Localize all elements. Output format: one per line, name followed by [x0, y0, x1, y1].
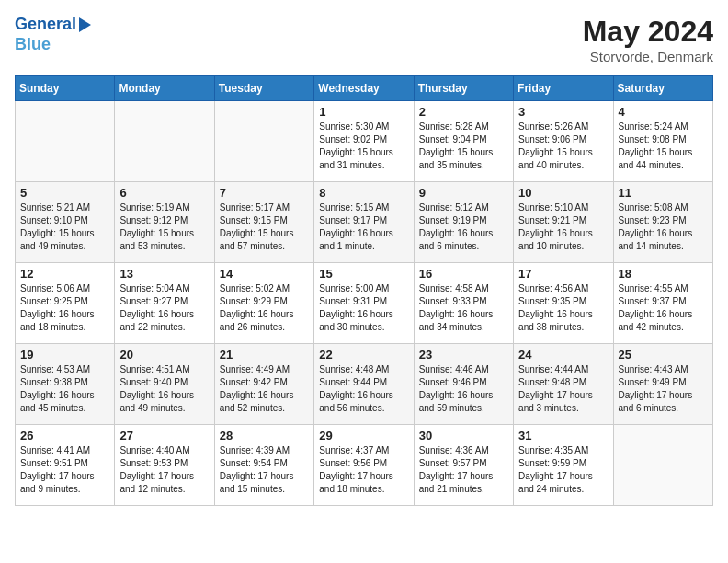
- day-info: Sunrise: 5:15 AMSunset: 9:17 PMDaylight:…: [319, 201, 408, 253]
- day-number: 22: [319, 348, 408, 362]
- weekday-header-wednesday: Wednesday: [314, 76, 414, 101]
- calendar-cell: 17Sunrise: 4:56 AMSunset: 9:35 PMDayligh…: [514, 263, 613, 344]
- day-number: 24: [518, 348, 608, 362]
- calendar-cell: 27Sunrise: 4:40 AMSunset: 9:53 PMDayligh…: [115, 425, 214, 506]
- day-info: Sunrise: 5:21 AMSunset: 9:10 PMDaylight:…: [20, 201, 109, 253]
- day-info: Sunrise: 4:39 AMSunset: 9:54 PMDaylight:…: [220, 444, 309, 496]
- weekday-header-thursday: Thursday: [414, 76, 513, 101]
- day-number: 27: [119, 429, 209, 442]
- calendar-cell: 26Sunrise: 4:41 AMSunset: 9:51 PMDayligh…: [16, 425, 115, 506]
- calendar-cell: 20Sunrise: 4:51 AMSunset: 9:40 PMDayligh…: [115, 344, 214, 425]
- day-info: Sunrise: 5:19 AMSunset: 9:12 PMDaylight:…: [119, 201, 209, 253]
- calendar-week-4: 19Sunrise: 4:53 AMSunset: 9:38 PMDayligh…: [16, 344, 713, 425]
- day-number: 8: [319, 186, 408, 200]
- calendar-cell: 25Sunrise: 4:43 AMSunset: 9:49 PMDayligh…: [613, 344, 712, 425]
- day-info: Sunrise: 5:26 AMSunset: 9:06 PMDaylight:…: [518, 121, 608, 172]
- calendar-cell: 10Sunrise: 5:10 AMSunset: 9:21 PMDayligh…: [514, 182, 613, 263]
- calendar-cell: 2Sunrise: 5:28 AMSunset: 9:04 PMDaylight…: [414, 101, 513, 182]
- day-number: 15: [319, 267, 408, 281]
- day-info: Sunrise: 4:46 AMSunset: 9:46 PMDaylight:…: [419, 363, 508, 415]
- weekday-header-sunday: Sunday: [16, 76, 115, 101]
- calendar-cell: 30Sunrise: 4:36 AMSunset: 9:57 PMDayligh…: [414, 425, 513, 506]
- day-info: Sunrise: 4:41 AMSunset: 9:51 PMDaylight:…: [20, 444, 109, 496]
- calendar-cell: 8Sunrise: 5:15 AMSunset: 9:17 PMDaylight…: [314, 182, 414, 263]
- day-info: Sunrise: 4:56 AMSunset: 9:35 PMDaylight:…: [518, 282, 608, 334]
- logo-text: General Blue: [15, 15, 91, 54]
- day-info: Sunrise: 4:48 AMSunset: 9:44 PMDaylight:…: [319, 363, 408, 415]
- calendar-cell: [115, 101, 214, 182]
- day-info: Sunrise: 5:06 AMSunset: 9:25 PMDaylight:…: [20, 282, 109, 334]
- day-info: Sunrise: 4:36 AMSunset: 9:57 PMDaylight:…: [419, 444, 508, 496]
- day-info: Sunrise: 5:30 AMSunset: 9:02 PMDaylight:…: [319, 121, 408, 172]
- day-number: 1: [319, 105, 408, 119]
- day-number: 2: [419, 105, 508, 119]
- calendar-cell: 7Sunrise: 5:17 AMSunset: 9:15 PMDaylight…: [214, 182, 313, 263]
- weekday-header-monday: Monday: [115, 76, 214, 101]
- calendar-cell: [613, 425, 712, 506]
- day-number: 20: [119, 348, 209, 362]
- calendar-week-3: 12Sunrise: 5:06 AMSunset: 9:25 PMDayligh…: [16, 263, 713, 344]
- day-info: Sunrise: 5:17 AMSunset: 9:15 PMDaylight:…: [220, 201, 309, 253]
- title-block: May 2024 Storvorde, Denmark: [583, 15, 713, 64]
- day-info: Sunrise: 5:08 AMSunset: 9:23 PMDaylight:…: [619, 201, 708, 253]
- calendar-cell: 14Sunrise: 5:02 AMSunset: 9:29 PMDayligh…: [214, 263, 313, 344]
- weekday-header-tuesday: Tuesday: [214, 76, 313, 101]
- day-info: Sunrise: 4:55 AMSunset: 9:37 PMDaylight:…: [619, 282, 708, 334]
- month-year-title: May 2024: [583, 15, 713, 49]
- calendar-cell: 28Sunrise: 4:39 AMSunset: 9:54 PMDayligh…: [214, 425, 313, 506]
- calendar-cell: 11Sunrise: 5:08 AMSunset: 9:23 PMDayligh…: [613, 182, 712, 263]
- day-info: Sunrise: 5:24 AMSunset: 9:08 PMDaylight:…: [619, 121, 708, 172]
- calendar-cell: 21Sunrise: 4:49 AMSunset: 9:42 PMDayligh…: [214, 344, 313, 425]
- calendar-cell: 22Sunrise: 4:48 AMSunset: 9:44 PMDayligh…: [314, 344, 414, 425]
- day-number: 7: [220, 186, 309, 200]
- day-number: 28: [220, 429, 309, 442]
- page-header: General Blue May 2024 Storvorde, Denmark: [15, 15, 713, 64]
- day-number: 9: [419, 186, 508, 200]
- day-info: Sunrise: 5:02 AMSunset: 9:29 PMDaylight:…: [220, 282, 309, 334]
- day-number: 18: [619, 267, 708, 281]
- day-info: Sunrise: 4:43 AMSunset: 9:49 PMDaylight:…: [619, 363, 708, 415]
- day-info: Sunrise: 4:35 AMSunset: 9:59 PMDaylight:…: [518, 444, 608, 496]
- calendar-week-1: 1Sunrise: 5:30 AMSunset: 9:02 PMDaylight…: [16, 101, 713, 182]
- calendar-cell: [214, 101, 313, 182]
- weekday-header-saturday: Saturday: [613, 76, 712, 101]
- calendar-cell: 19Sunrise: 4:53 AMSunset: 9:38 PMDayligh…: [16, 344, 115, 425]
- calendar-cell: 29Sunrise: 4:37 AMSunset: 9:56 PMDayligh…: [314, 425, 414, 506]
- day-number: 23: [419, 348, 508, 362]
- day-number: 31: [518, 429, 608, 442]
- calendar-week-2: 5Sunrise: 5:21 AMSunset: 9:10 PMDaylight…: [16, 182, 713, 263]
- calendar-cell: 12Sunrise: 5:06 AMSunset: 9:25 PMDayligh…: [16, 263, 115, 344]
- calendar-cell: 31Sunrise: 4:35 AMSunset: 9:59 PMDayligh…: [514, 425, 613, 506]
- day-info: Sunrise: 4:49 AMSunset: 9:42 PMDaylight:…: [220, 363, 309, 415]
- calendar-table: SundayMondayTuesdayWednesdayThursdayFrid…: [15, 75, 713, 506]
- location-subtitle: Storvorde, Denmark: [583, 49, 713, 64]
- day-number: 3: [518, 105, 608, 119]
- day-info: Sunrise: 4:40 AMSunset: 9:53 PMDaylight:…: [119, 444, 209, 496]
- day-number: 11: [619, 186, 708, 200]
- day-number: 6: [119, 186, 209, 200]
- day-number: 21: [220, 348, 309, 362]
- day-number: 5: [20, 186, 109, 200]
- calendar-cell: 23Sunrise: 4:46 AMSunset: 9:46 PMDayligh…: [414, 344, 513, 425]
- day-info: Sunrise: 4:44 AMSunset: 9:48 PMDaylight:…: [518, 363, 608, 415]
- day-number: 26: [20, 429, 109, 442]
- day-info: Sunrise: 4:53 AMSunset: 9:38 PMDaylight:…: [20, 363, 109, 415]
- calendar-cell: 15Sunrise: 5:00 AMSunset: 9:31 PMDayligh…: [314, 263, 414, 344]
- day-number: 17: [518, 267, 608, 281]
- day-number: 10: [518, 186, 608, 200]
- day-number: 14: [220, 267, 309, 281]
- day-number: 16: [419, 267, 508, 281]
- day-info: Sunrise: 5:00 AMSunset: 9:31 PMDaylight:…: [319, 282, 408, 334]
- day-number: 19: [20, 348, 109, 362]
- day-number: 4: [619, 105, 708, 119]
- calendar-cell: 13Sunrise: 5:04 AMSunset: 9:27 PMDayligh…: [115, 263, 214, 344]
- day-info: Sunrise: 4:51 AMSunset: 9:40 PMDaylight:…: [119, 363, 209, 415]
- day-info: Sunrise: 4:37 AMSunset: 9:56 PMDaylight:…: [319, 444, 408, 496]
- weekday-header-friday: Friday: [514, 76, 613, 101]
- day-info: Sunrise: 5:12 AMSunset: 9:19 PMDaylight:…: [419, 201, 508, 253]
- calendar-week-5: 26Sunrise: 4:41 AMSunset: 9:51 PMDayligh…: [16, 425, 713, 506]
- calendar-cell: 6Sunrise: 5:19 AMSunset: 9:12 PMDaylight…: [115, 182, 214, 263]
- calendar-cell: 18Sunrise: 4:55 AMSunset: 9:37 PMDayligh…: [613, 263, 712, 344]
- calendar-cell: 4Sunrise: 5:24 AMSunset: 9:08 PMDaylight…: [613, 101, 712, 182]
- weekday-header-row: SundayMondayTuesdayWednesdayThursdayFrid…: [16, 76, 713, 101]
